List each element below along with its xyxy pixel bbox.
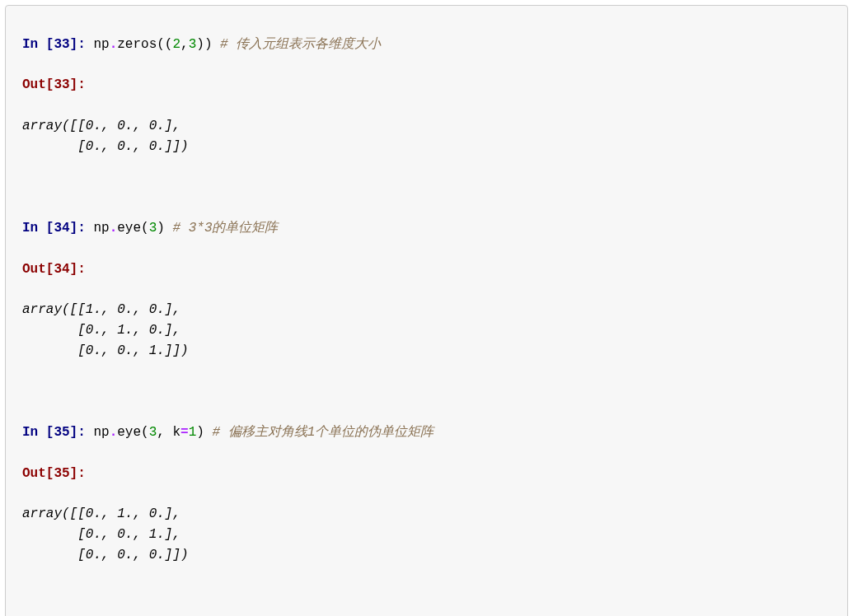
out-prompt-line: Out[34]:: [22, 259, 831, 280]
out-prompt-line: Out[33]:: [22, 75, 831, 96]
in-prompt: In [35]:: [22, 425, 93, 440]
cell-output: array([[1., 0., 0.], [0., 1., 0.], [0., …: [22, 300, 831, 361]
cell-output: array([[0., 0., 0.], [0., 0., 0.]]): [22, 116, 831, 157]
code-comment: # 偏移主对角线1个单位的伪单位矩阵: [213, 425, 434, 440]
in-prompt: In [34]:: [22, 221, 93, 236]
out-prompt: Out[35]:: [22, 466, 86, 481]
code-block: In [33]: np.zeros((2,3)) # 传入元组表示各维度大小 O…: [5, 5, 848, 616]
cell-input: In [35]: np.eye(3, k=1) # 偏移主对角线1个单位的伪单位…: [22, 422, 831, 443]
cell-output: array([[0., 1., 0.], [0., 0., 1.], [0., …: [22, 504, 831, 565]
out-prompt: Out[33]:: [22, 77, 86, 92]
code-comment: # 传入元组表示各维度大小: [220, 37, 381, 52]
cell-input: In [33]: np.zeros((2,3)) # 传入元组表示各维度大小: [22, 35, 831, 55]
out-prompt-line: Out[35]:: [22, 464, 831, 484]
cell-input: In [34]: np.eye(3) # 3*3的单位矩阵: [22, 218, 831, 239]
out-prompt: Out[34]:: [22, 262, 86, 277]
code-comment: # 3*3的单位矩阵: [172, 221, 278, 236]
in-prompt: In [33]:: [22, 37, 93, 52]
